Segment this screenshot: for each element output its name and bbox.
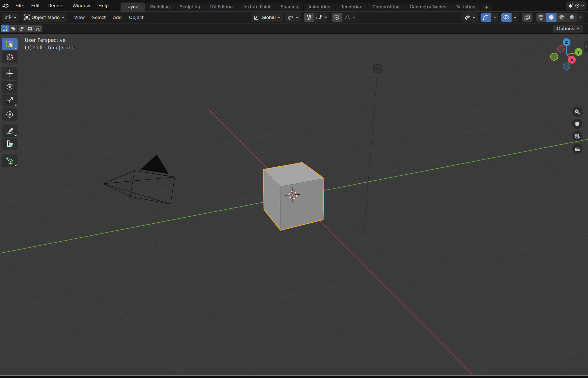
camera-view-icon <box>574 133 581 140</box>
snap-target-selector[interactable] <box>314 13 329 22</box>
gizmo-dropdown[interactable] <box>491 13 498 22</box>
pivot-point-selector[interactable] <box>285 13 301 22</box>
tool-more-indicator <box>15 47 16 49</box>
camera-up-triangle <box>140 154 169 174</box>
menu-edit[interactable]: Edit <box>27 0 44 11</box>
menu-select[interactable]: Select <box>88 12 109 23</box>
object-visibility-selector[interactable] <box>461 13 478 22</box>
select-mode-invert-button[interactable] <box>26 25 34 32</box>
toggle-xray-icon <box>524 14 531 20</box>
gizmo-neg-x-ball[interactable] <box>558 46 564 52</box>
menu-window[interactable]: Window <box>68 0 94 11</box>
proportional-editing-toggle[interactable] <box>332 13 342 22</box>
tool-annotate-button[interactable] <box>2 125 18 137</box>
tool-scale-button[interactable] <box>2 94 18 107</box>
tool-add-cube-button[interactable] <box>2 155 18 167</box>
tab-animation[interactable]: Animation <box>304 3 335 11</box>
tab-rendering[interactable]: Rendering <box>336 3 367 11</box>
tab-geometry-nodes[interactable]: Geometry Nodes <box>405 3 451 11</box>
scene-status-widget[interactable] <box>566 1 586 10</box>
view-label: User Perspective <box>25 37 66 43</box>
menu-render[interactable]: Render <box>44 0 68 11</box>
chevron-down-icon <box>513 16 517 18</box>
menu-view[interactable]: View <box>71 12 88 23</box>
tool-more-indicator <box>15 134 16 136</box>
tool-more-indicator <box>15 104 16 106</box>
measure-icon <box>5 140 14 149</box>
chevron-down-icon <box>277 16 280 18</box>
droplet-icon <box>568 3 574 8</box>
falloff-selector[interactable] <box>342 13 357 22</box>
gizmo-neg-y-ball[interactable] <box>551 53 558 60</box>
transform-orientation-selector[interactable]: Global <box>251 13 283 22</box>
tab-texture-paint[interactable]: Texture Paint <box>238 3 275 11</box>
sidebar-toggle[interactable]: ‹ <box>584 40 588 52</box>
cube-object[interactable] <box>263 162 324 230</box>
tab-sculpting[interactable]: Sculpting <box>175 3 205 11</box>
gizmo-x-label: X <box>570 58 573 62</box>
3d-viewport[interactable]: User Perspective (1) Collection | Cube <box>0 34 588 378</box>
chevron-down-icon <box>472 16 476 18</box>
gizmo-y-label: Y <box>577 50 580 54</box>
menu-object[interactable]: Object <box>125 12 147 23</box>
rotate-icon <box>5 82 14 91</box>
blender-logo-icon[interactable] <box>0 2 11 9</box>
overlays-dropdown[interactable] <box>512 13 519 22</box>
x-axis-line <box>208 109 476 378</box>
zoom-button[interactable] <box>572 107 582 117</box>
tool-rotate-button[interactable] <box>2 81 18 93</box>
shading-rendered-button[interactable] <box>567 13 577 22</box>
tab-scripting[interactable]: Scripting <box>452 3 480 11</box>
tab-modeling[interactable]: Modeling <box>145 3 175 11</box>
menu-file[interactable]: File <box>11 0 27 11</box>
tab-shading[interactable]: Shading <box>276 3 303 11</box>
add-workspace-button[interactable]: + <box>481 3 492 11</box>
show-overlays-toggle[interactable] <box>501 13 512 22</box>
options-button[interactable]: Options <box>553 25 583 33</box>
mode-selector[interactable]: Object Mode <box>21 13 67 22</box>
context-label: (1) Collection | Cube <box>25 45 75 51</box>
tool-settings-bar: Options <box>0 23 588 34</box>
tool-transform-button[interactable] <box>2 108 18 121</box>
shading-solid-button[interactable] <box>546 13 556 22</box>
shading-material-button[interactable] <box>556 13 567 22</box>
editor-type-button[interactable] <box>2 13 19 22</box>
editor-type-icon <box>4 14 12 20</box>
show-gizmo-toggle[interactable] <box>481 13 491 22</box>
camera-object[interactable] <box>104 154 175 204</box>
navigation-gizmo[interactable]: Z Y X <box>544 35 586 73</box>
transform-icon <box>5 110 14 119</box>
chevron-down-icon <box>576 27 579 30</box>
snapping-group <box>304 13 329 22</box>
xray-toggle[interactable] <box>522 13 532 22</box>
tool-cursor-button[interactable] <box>2 51 18 63</box>
gizmo-neg-z-ball[interactable] <box>563 63 570 70</box>
tab-layout[interactable]: Layout <box>121 3 145 11</box>
tool-select-box-button[interactable] <box>2 38 18 50</box>
camera-view-button[interactable] <box>572 131 582 141</box>
select-mode-subtract-button[interactable] <box>18 25 26 32</box>
cursor-tool-icon <box>5 53 14 62</box>
select-mode-set-button[interactable] <box>1 25 9 32</box>
overlays-group <box>501 13 519 22</box>
workspace-tabs: Layout Modeling Sculpting UV Editing Tex… <box>121 0 492 11</box>
shading-wireframe-button[interactable] <box>536 13 546 22</box>
status-strip <box>0 376 588 378</box>
tab-uv-editing[interactable]: UV Editing <box>205 3 237 11</box>
transform-orientation-icon <box>253 14 260 20</box>
select-mode-intersect-button[interactable] <box>34 25 42 32</box>
chevron-down-icon <box>581 4 584 7</box>
annotate-icon <box>5 126 14 135</box>
shading-dropdown[interactable] <box>577 13 584 22</box>
tab-compositing[interactable]: Compositing <box>368 3 404 11</box>
menu-help[interactable]: Help <box>94 0 113 11</box>
menu-add[interactable]: Add <box>109 12 125 23</box>
select-mode-extend-button[interactable] <box>9 25 17 32</box>
tool-measure-button[interactable] <box>2 138 18 150</box>
snap-toggle[interactable] <box>304 13 314 22</box>
tool-move-button[interactable] <box>2 67 18 80</box>
tool-more-indicator <box>15 164 16 166</box>
zoom-icon <box>574 109 580 115</box>
pan-button[interactable] <box>572 119 582 129</box>
ortho-toggle-button[interactable] <box>572 143 582 154</box>
